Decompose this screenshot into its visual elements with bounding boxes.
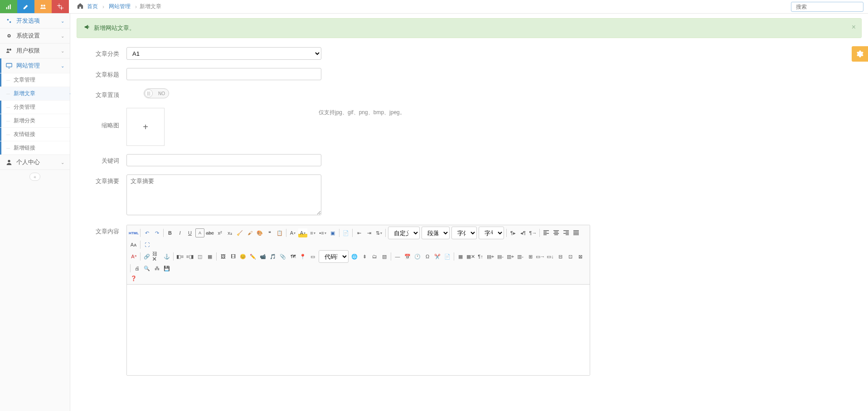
background-button[interactable]: ▧	[380, 252, 389, 261]
font-family-select[interactable]: 字体	[451, 227, 477, 239]
search-box[interactable]	[791, 2, 863, 12]
sidebar-collapse-button[interactable]: «	[29, 173, 40, 181]
format-match-button[interactable]: 🖌	[245, 228, 254, 237]
custom-title-select[interactable]: 自定义标题	[388, 227, 420, 239]
anchor-button[interactable]: ⚓	[162, 252, 171, 261]
font-size-select[interactable]: 字号	[479, 227, 504, 239]
breadcrumb-home[interactable]: 首页	[87, 3, 98, 10]
ltr-button[interactable]: ¶▸	[509, 228, 518, 237]
insert-frame-button[interactable]: ▭	[308, 252, 317, 261]
source-button[interactable]: HTML	[129, 228, 138, 237]
unordered-list-button[interactable]: •≡▾	[318, 228, 327, 237]
autotypeset-button[interactable]: 🎨	[255, 228, 264, 237]
sticky-toggle[interactable]: ||| NO	[144, 88, 169, 98]
thumbnail-upload[interactable]: +	[126, 108, 165, 146]
redo-button[interactable]: ↷	[152, 228, 161, 237]
multi-image-button[interactable]: 🎞	[228, 252, 238, 261]
bold-button[interactable]: B	[165, 228, 175, 237]
paragraph-format-select[interactable]: 段落格式	[422, 227, 450, 239]
align-right-button[interactable]	[562, 228, 571, 237]
settings-panel-toggle[interactable]	[852, 46, 868, 62]
insert-table-button[interactable]: ▦	[456, 252, 465, 261]
music-button[interactable]: 🎵	[268, 252, 277, 261]
attachment-button[interactable]: 📎	[278, 252, 287, 261]
sidebar-sub-new-cat[interactable]: 新增分类	[0, 114, 70, 127]
image-none-button[interactable]: ▦	[205, 252, 214, 261]
link-button[interactable]: 🔗	[142, 252, 151, 261]
insert-video-button[interactable]: 📹	[258, 252, 267, 261]
paste-plain-button[interactable]: 📋	[275, 228, 284, 237]
image-right-button[interactable]: ≡◨	[185, 252, 194, 261]
webapp-button[interactable]: 🌐	[350, 252, 359, 261]
emotion-button[interactable]: 😊	[238, 252, 247, 261]
topbar-stats-button[interactable]	[0, 0, 17, 13]
delete-table-button[interactable]: ▦✕	[466, 252, 475, 261]
code-language-select[interactable]: 代码语言	[319, 250, 349, 263]
forecolor-button[interactable]: A▾	[288, 228, 297, 237]
sidebar-sub-article-mgmt[interactable]: 文章管理	[0, 73, 70, 87]
time-button[interactable]: 🕐	[413, 252, 422, 261]
delete-row-button[interactable]: ▤-	[496, 252, 505, 261]
merge-cells-button[interactable]: ⊞	[526, 252, 535, 261]
drafts-button[interactable]: 💾	[162, 264, 171, 273]
category-select[interactable]: A1	[126, 47, 321, 60]
align-left-button[interactable]	[542, 228, 551, 237]
touppercase-button[interactable]: Aᴀ	[129, 240, 138, 249]
topbar-settings-button[interactable]	[52, 0, 69, 13]
insert-paragraph-before-button[interactable]: ¶↑	[476, 252, 485, 261]
topbar-users-button[interactable]	[34, 0, 52, 13]
search-input[interactable]	[796, 4, 864, 10]
page-break-button[interactable]: ⇟	[360, 252, 369, 261]
breadcrumb-section[interactable]: 网站管理	[109, 3, 131, 10]
font-border-button[interactable]: A	[195, 228, 204, 237]
keywords-input[interactable]	[126, 154, 321, 166]
search-replace-button[interactable]: ⁂	[152, 264, 161, 273]
superscript-button[interactable]: x²	[215, 228, 224, 237]
merge-right-button[interactable]: ▭→	[536, 252, 545, 261]
insert-row-button[interactable]: ▤+	[486, 252, 495, 261]
image-center-button[interactable]: ◫	[195, 252, 204, 261]
editor-body[interactable]	[127, 285, 590, 375]
outdent-button[interactable]: ⇤	[354, 228, 364, 237]
date-button[interactable]: 📅	[403, 252, 412, 261]
font-effect-button[interactable]: Aᵃ	[129, 252, 138, 261]
blockquote-button[interactable]: ❝	[265, 228, 274, 237]
strikethrough-button[interactable]: abc	[205, 228, 214, 237]
template-button[interactable]: 🗂	[370, 252, 379, 261]
merge-down-button[interactable]: ▭↓	[546, 252, 555, 261]
horizontal-rule-button[interactable]: ―	[393, 252, 402, 261]
sidebar-sub-cat-mgmt[interactable]: 分类管理	[0, 100, 70, 114]
delete-col-button[interactable]: ▥-	[516, 252, 525, 261]
scrawl-button[interactable]: ✏️	[248, 252, 257, 261]
insert-col-button[interactable]: ▥+	[506, 252, 515, 261]
backcolor-button[interactable]: A▾	[298, 228, 307, 237]
align-justify-button[interactable]	[572, 228, 581, 237]
snapscreen-button[interactable]: ✂️	[433, 252, 442, 261]
undo-button[interactable]: ↶	[142, 228, 151, 237]
map-button[interactable]: 🗺	[288, 252, 297, 261]
topbar-edit-button[interactable]	[17, 0, 34, 13]
print-button[interactable]: 🖨	[132, 264, 141, 273]
title-input[interactable]	[126, 68, 321, 80]
split-cells-button[interactable]: ⊟	[556, 252, 565, 261]
sidebar-sub-new-link[interactable]: 新增链接	[0, 141, 70, 155]
sidebar-item-user-perm[interactable]: 用户权限 ⌄	[0, 44, 70, 58]
unlink-button[interactable]: ⛓✕	[152, 252, 161, 261]
insert-image-button[interactable]: 🖼	[218, 252, 228, 261]
sidebar-item-system[interactable]: 系统设置 ⌄	[0, 29, 70, 43]
italic-button[interactable]: I	[175, 228, 184, 237]
underline-button[interactable]: U	[185, 228, 194, 237]
subscript-button[interactable]: x₂	[225, 228, 234, 237]
sidebar-item-dev[interactable]: 开发选项 ⌄	[0, 14, 70, 28]
sidebar-item-personal[interactable]: 个人中心 ⌄	[0, 155, 70, 169]
ordered-list-button[interactable]: ≡▾	[308, 228, 317, 237]
new-page-button[interactable]: 📄	[341, 228, 350, 237]
sidebar-sub-links[interactable]: 友情链接	[0, 127, 70, 141]
indent-button[interactable]: ⇥	[364, 228, 373, 237]
alert-close-button[interactable]: ×	[852, 23, 856, 31]
wordimage-button[interactable]: 📄	[443, 252, 452, 261]
split-rows-button[interactable]: ⊡	[566, 252, 575, 261]
special-char-button[interactable]: Ω	[423, 252, 432, 261]
remove-format-button[interactable]: 🧹	[235, 228, 244, 237]
indent2em-button[interactable]: ¶→	[529, 228, 538, 237]
